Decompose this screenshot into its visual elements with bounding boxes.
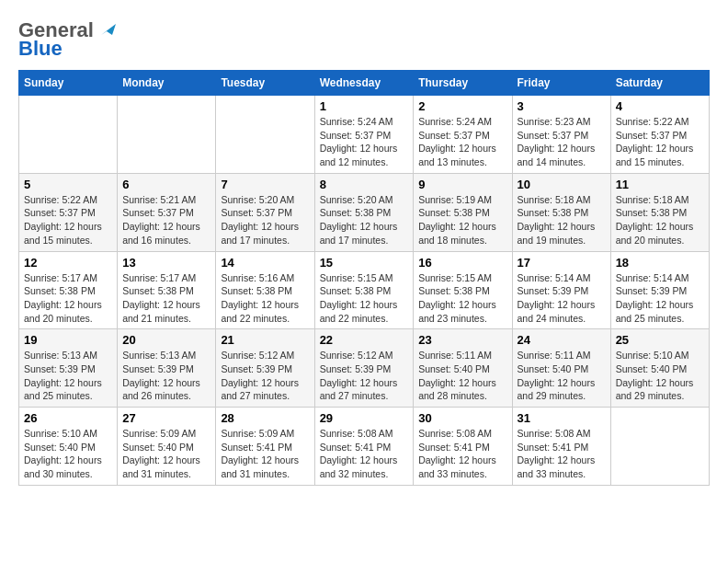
calendar-cell (216, 96, 314, 174)
logo-blue-text: Blue (18, 37, 63, 61)
day-info: Sunrise: 5:12 AMSunset: 5:39 PMDaylight:… (320, 349, 409, 403)
day-number: 31 (518, 411, 606, 425)
day-info: Sunrise: 5:24 AMSunset: 5:37 PMDaylight:… (320, 115, 409, 169)
calendar-cell: 1Sunrise: 5:24 AMSunset: 5:37 PMDaylight… (314, 96, 414, 174)
weekday-header-monday: Monday (118, 71, 216, 96)
calendar-cell: 7Sunrise: 5:20 AMSunset: 5:37 PMDaylight… (216, 173, 314, 251)
calendar-cell: 3Sunrise: 5:23 AMSunset: 5:37 PMDaylight… (512, 96, 610, 174)
calendar-cell: 26Sunrise: 5:10 AMSunset: 5:40 PMDayligh… (19, 408, 118, 486)
day-info: Sunrise: 5:22 AMSunset: 5:37 PMDaylight:… (616, 115, 704, 169)
day-number: 14 (221, 256, 309, 270)
calendar-cell: 6Sunrise: 5:21 AMSunset: 5:37 PMDaylight… (118, 173, 216, 251)
logo: General Blue (18, 18, 116, 61)
calendar-week-row: 26Sunrise: 5:10 AMSunset: 5:40 PMDayligh… (19, 408, 710, 486)
day-info: Sunrise: 5:16 AMSunset: 5:38 PMDaylight:… (221, 271, 309, 326)
calendar-week-row: 12Sunrise: 5:17 AMSunset: 5:38 PMDayligh… (19, 251, 710, 329)
calendar-cell (19, 96, 118, 174)
weekday-header-sunday: Sunday (19, 71, 118, 96)
day-number: 12 (24, 256, 112, 270)
day-number: 27 (122, 411, 210, 425)
weekday-header-tuesday: Tuesday (216, 71, 314, 96)
day-info: Sunrise: 5:17 AMSunset: 5:38 PMDaylight:… (24, 271, 112, 326)
day-info: Sunrise: 5:09 AMSunset: 5:41 PMDaylight:… (221, 427, 309, 481)
logo-bird-icon (96, 20, 116, 40)
day-info: Sunrise: 5:15 AMSunset: 5:38 PMDaylight:… (320, 271, 409, 326)
calendar-cell: 2Sunrise: 5:24 AMSunset: 5:37 PMDaylight… (414, 96, 512, 174)
day-number: 8 (320, 178, 409, 191)
day-number: 29 (320, 411, 409, 425)
day-info: Sunrise: 5:10 AMSunset: 5:40 PMDaylight:… (616, 349, 704, 403)
calendar-cell: 27Sunrise: 5:09 AMSunset: 5:40 PMDayligh… (118, 408, 216, 486)
day-number: 30 (418, 411, 506, 425)
day-info: Sunrise: 5:15 AMSunset: 5:38 PMDaylight:… (418, 271, 506, 326)
calendar-cell: 12Sunrise: 5:17 AMSunset: 5:38 PMDayligh… (19, 251, 118, 329)
day-number: 10 (518, 178, 606, 191)
calendar-cell: 14Sunrise: 5:16 AMSunset: 5:38 PMDayligh… (216, 251, 314, 329)
day-info: Sunrise: 5:19 AMSunset: 5:38 PMDaylight:… (418, 193, 506, 247)
calendar-cell: 21Sunrise: 5:12 AMSunset: 5:39 PMDayligh… (216, 329, 314, 408)
day-info: Sunrise: 5:09 AMSunset: 5:40 PMDaylight:… (122, 427, 210, 481)
calendar-cell: 10Sunrise: 5:18 AMSunset: 5:38 PMDayligh… (512, 173, 610, 251)
day-number: 3 (518, 99, 606, 113)
page-header: General Blue (18, 18, 710, 61)
weekday-header-wednesday: Wednesday (314, 71, 414, 96)
calendar-cell (610, 408, 709, 486)
day-info: Sunrise: 5:13 AMSunset: 5:39 PMDaylight:… (24, 349, 112, 403)
day-number: 9 (418, 178, 506, 191)
day-number: 19 (24, 333, 112, 347)
day-number: 22 (320, 333, 409, 347)
calendar-cell: 23Sunrise: 5:11 AMSunset: 5:40 PMDayligh… (414, 329, 512, 408)
calendar-cell: 5Sunrise: 5:22 AMSunset: 5:37 PMDaylight… (19, 173, 118, 251)
day-info: Sunrise: 5:10 AMSunset: 5:40 PMDaylight:… (24, 427, 112, 481)
day-info: Sunrise: 5:14 AMSunset: 5:39 PMDaylight:… (518, 271, 606, 326)
calendar-cell: 17Sunrise: 5:14 AMSunset: 5:39 PMDayligh… (512, 251, 610, 329)
day-info: Sunrise: 5:12 AMSunset: 5:39 PMDaylight:… (221, 349, 309, 403)
weekday-header-thursday: Thursday (414, 71, 512, 96)
calendar-cell: 15Sunrise: 5:15 AMSunset: 5:38 PMDayligh… (314, 251, 414, 329)
day-number: 13 (122, 256, 210, 270)
day-number: 18 (616, 256, 704, 270)
day-info: Sunrise: 5:08 AMSunset: 5:41 PMDaylight:… (320, 427, 409, 481)
calendar-cell: 31Sunrise: 5:08 AMSunset: 5:41 PMDayligh… (512, 408, 610, 486)
calendar-cell: 13Sunrise: 5:17 AMSunset: 5:38 PMDayligh… (118, 251, 216, 329)
day-number: 7 (221, 178, 309, 191)
calendar-cell: 18Sunrise: 5:14 AMSunset: 5:39 PMDayligh… (610, 251, 709, 329)
day-info: Sunrise: 5:17 AMSunset: 5:38 PMDaylight:… (122, 271, 210, 326)
day-info: Sunrise: 5:14 AMSunset: 5:39 PMDaylight:… (616, 271, 704, 326)
day-number: 15 (320, 256, 409, 270)
day-info: Sunrise: 5:23 AMSunset: 5:37 PMDaylight:… (518, 115, 606, 169)
day-number: 2 (418, 99, 506, 113)
day-info: Sunrise: 5:18 AMSunset: 5:38 PMDaylight:… (616, 193, 704, 247)
day-number: 25 (616, 333, 704, 347)
day-number: 1 (320, 99, 409, 113)
day-info: Sunrise: 5:08 AMSunset: 5:41 PMDaylight:… (518, 427, 606, 481)
calendar-table: SundayMondayTuesdayWednesdayThursdayFrid… (18, 70, 710, 486)
svg-marker-0 (101, 24, 116, 35)
day-number: 26 (24, 411, 112, 425)
calendar-cell: 20Sunrise: 5:13 AMSunset: 5:39 PMDayligh… (118, 329, 216, 408)
day-number: 16 (418, 256, 506, 270)
calendar-week-row: 19Sunrise: 5:13 AMSunset: 5:39 PMDayligh… (19, 329, 710, 408)
day-info: Sunrise: 5:21 AMSunset: 5:37 PMDaylight:… (122, 193, 210, 247)
weekday-header-saturday: Saturday (610, 71, 709, 96)
calendar-cell: 19Sunrise: 5:13 AMSunset: 5:39 PMDayligh… (19, 329, 118, 408)
day-info: Sunrise: 5:13 AMSunset: 5:39 PMDaylight:… (122, 349, 210, 403)
calendar-cell: 4Sunrise: 5:22 AMSunset: 5:37 PMDaylight… (610, 96, 709, 174)
weekday-header-friday: Friday (512, 71, 610, 96)
calendar-header-row: SundayMondayTuesdayWednesdayThursdayFrid… (19, 71, 710, 96)
calendar-cell: 9Sunrise: 5:19 AMSunset: 5:38 PMDaylight… (414, 173, 512, 251)
day-number: 4 (616, 99, 704, 113)
calendar-cell: 24Sunrise: 5:11 AMSunset: 5:40 PMDayligh… (512, 329, 610, 408)
calendar-cell: 29Sunrise: 5:08 AMSunset: 5:41 PMDayligh… (314, 408, 414, 486)
day-info: Sunrise: 5:11 AMSunset: 5:40 PMDaylight:… (518, 349, 606, 403)
day-info: Sunrise: 5:11 AMSunset: 5:40 PMDaylight:… (418, 349, 506, 403)
day-number: 17 (518, 256, 606, 270)
day-number: 28 (221, 411, 309, 425)
calendar-cell: 11Sunrise: 5:18 AMSunset: 5:38 PMDayligh… (610, 173, 709, 251)
day-info: Sunrise: 5:20 AMSunset: 5:37 PMDaylight:… (221, 193, 309, 247)
calendar-cell: 25Sunrise: 5:10 AMSunset: 5:40 PMDayligh… (610, 329, 709, 408)
calendar-cell: 22Sunrise: 5:12 AMSunset: 5:39 PMDayligh… (314, 329, 414, 408)
calendar-cell: 16Sunrise: 5:15 AMSunset: 5:38 PMDayligh… (414, 251, 512, 329)
day-number: 11 (616, 178, 704, 191)
day-info: Sunrise: 5:20 AMSunset: 5:38 PMDaylight:… (320, 193, 409, 247)
